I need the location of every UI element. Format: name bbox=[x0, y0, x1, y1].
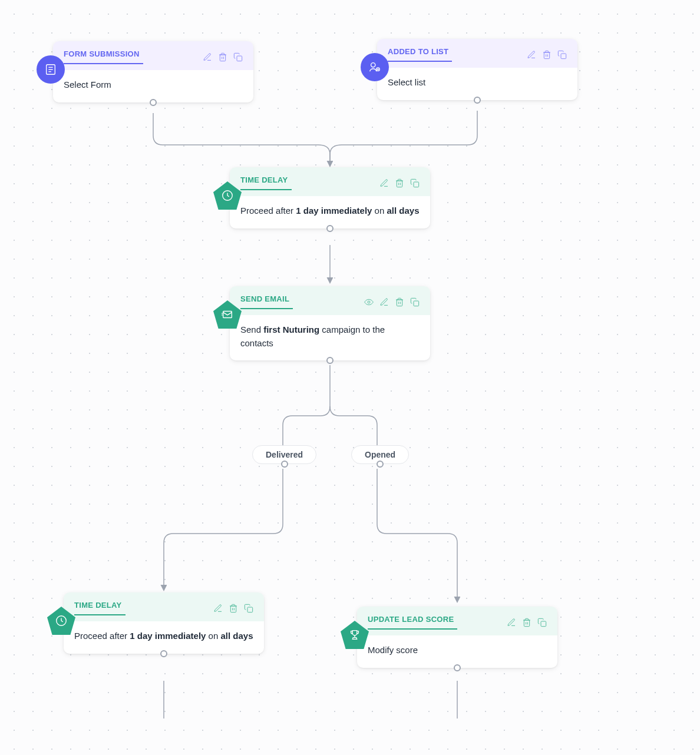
node-time-delay-2[interactable]: TIME DELAY Proceed after 1 day immediate… bbox=[64, 592, 264, 654]
edit-icon[interactable] bbox=[507, 618, 516, 627]
svg-rect-12 bbox=[223, 312, 232, 318]
node-body: Send first Nuturing campaign to the cont… bbox=[230, 315, 430, 360]
edit-icon[interactable] bbox=[213, 604, 223, 613]
copy-icon[interactable] bbox=[557, 50, 567, 59]
node-body: Proceed after 1 day immediately on all d… bbox=[64, 621, 264, 654]
output-port[interactable] bbox=[150, 99, 157, 106]
svg-rect-16 bbox=[414, 301, 419, 306]
edit-icon[interactable] bbox=[203, 52, 212, 62]
svg-point-5 bbox=[371, 63, 375, 67]
svg-rect-20 bbox=[541, 621, 546, 627]
node-added-to-list[interactable]: ADDED TO LIST Select list bbox=[377, 39, 577, 100]
svg-rect-9 bbox=[561, 54, 566, 59]
trash-icon[interactable] bbox=[229, 604, 238, 613]
output-port[interactable] bbox=[281, 461, 288, 468]
node-body: Select list bbox=[377, 68, 577, 100]
copy-icon[interactable] bbox=[410, 297, 420, 307]
node-send-email[interactable]: SEND EMAIL Send first Nuturing campaign … bbox=[230, 286, 430, 360]
branch-label: Opened bbox=[365, 450, 395, 459]
node-body: Modify score bbox=[357, 635, 557, 668]
trash-icon[interactable] bbox=[395, 178, 404, 188]
workflow-canvas[interactable]: FORM SUBMISSION Select Form ADDED TO LIS… bbox=[0, 0, 700, 755]
node-title: TIME DELAY bbox=[74, 601, 126, 615]
node-body: Proceed after 1 day immediately on all d… bbox=[230, 196, 430, 229]
node-time-delay-1[interactable]: TIME DELAY Proceed after 1 day immediate… bbox=[230, 167, 430, 229]
trash-icon[interactable] bbox=[522, 618, 531, 627]
node-title: ADDED TO LIST bbox=[388, 47, 452, 62]
edit-icon[interactable] bbox=[379, 297, 389, 307]
node-title: TIME DELAY bbox=[240, 175, 292, 190]
svg-rect-4 bbox=[237, 56, 242, 61]
copy-icon[interactable] bbox=[537, 618, 547, 627]
output-port[interactable] bbox=[160, 650, 167, 657]
trash-icon[interactable] bbox=[542, 50, 552, 59]
edit-icon[interactable] bbox=[527, 50, 536, 59]
output-port[interactable] bbox=[454, 664, 461, 671]
svg-rect-18 bbox=[247, 607, 253, 612]
copy-icon[interactable] bbox=[233, 52, 243, 62]
branch-delivered[interactable]: Delivered bbox=[252, 445, 316, 464]
node-update-lead-score[interactable]: UPDATE LEAD SCORE Modify score bbox=[357, 607, 557, 668]
form-icon bbox=[37, 55, 65, 84]
copy-icon[interactable] bbox=[244, 604, 253, 613]
copy-icon[interactable] bbox=[410, 178, 420, 188]
trash-icon[interactable] bbox=[395, 297, 404, 307]
edit-icon[interactable] bbox=[379, 178, 389, 188]
output-port[interactable] bbox=[326, 357, 334, 364]
node-title: UPDATE LEAD SCORE bbox=[368, 615, 457, 630]
branch-opened[interactable]: Opened bbox=[351, 445, 409, 464]
branch-label: Delivered bbox=[266, 450, 303, 459]
node-body: Select Form bbox=[53, 70, 253, 102]
node-title: FORM SUBMISSION bbox=[64, 49, 143, 64]
output-port[interactable] bbox=[474, 97, 481, 104]
output-port[interactable] bbox=[377, 461, 384, 468]
list-add-icon bbox=[361, 53, 389, 81]
output-port[interactable] bbox=[326, 225, 334, 232]
svg-rect-11 bbox=[414, 182, 419, 187]
node-form-submission[interactable]: FORM SUBMISSION Select Form bbox=[53, 41, 253, 102]
trash-icon[interactable] bbox=[218, 52, 227, 62]
svg-point-15 bbox=[368, 301, 370, 303]
eye-icon[interactable] bbox=[364, 297, 374, 307]
node-title: SEND EMAIL bbox=[240, 294, 293, 309]
